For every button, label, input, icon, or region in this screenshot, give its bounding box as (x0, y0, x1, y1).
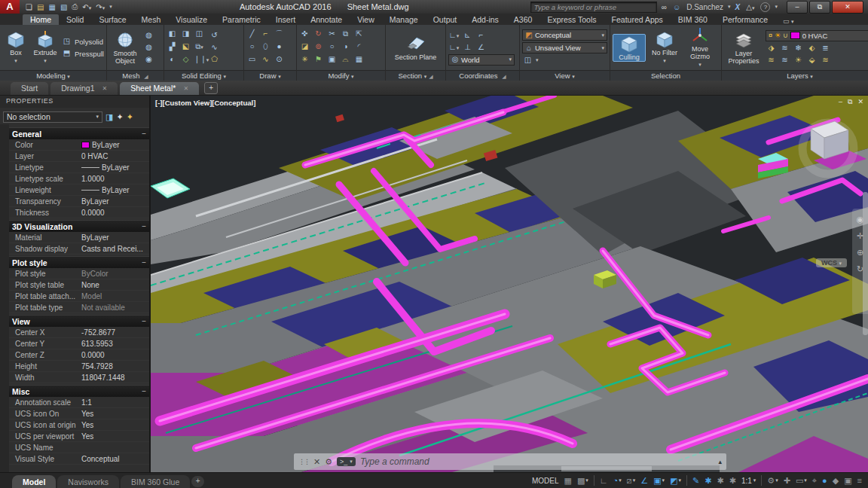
ucs-world-icon[interactable]: ⊾ (462, 30, 473, 41)
point-icon[interactable]: ⊙ (274, 54, 285, 65)
polyline-icon[interactable]: ⌐ (260, 29, 271, 39)
ribbon-tab-output[interactable]: Output (426, 14, 465, 25)
customization-icon[interactable]: ≡ (857, 476, 862, 485)
ucs-dropdown[interactable]: ◎ World ▾ (448, 54, 515, 66)
no-filter-button[interactable]: No Filter▾ (648, 30, 681, 65)
scale-icon[interactable]: ⊚ (313, 41, 324, 52)
property-value[interactable]: ByColor (81, 270, 149, 278)
ortho-mode-icon[interactable]: ∟ (600, 476, 608, 485)
qat-customize-icon[interactable]: ▾ (109, 4, 112, 10)
trim-icon[interactable]: ✂ (326, 29, 338, 39)
crosshair-icon[interactable]: ✚ (784, 476, 790, 486)
new-drawing-tab-button[interactable]: + (204, 82, 218, 94)
layout-tab-navisworks[interactable]: Navisworks (57, 475, 119, 488)
ribbon-tab-express-tools[interactable]: Express Tools (539, 14, 604, 25)
quick-select-icon[interactable]: ✦ (116, 112, 123, 122)
explode-icon[interactable]: ✳ (299, 54, 310, 65)
ribbon-tab-view[interactable]: View (350, 14, 382, 25)
extrude-button[interactable]: Extrude▾ (32, 30, 59, 65)
new-layout-tab-button[interactable]: + (191, 476, 204, 487)
layer-dropdown[interactable]: ¤ ☀ ∪ 0 HVAC ▾ (766, 30, 868, 41)
object-snap-tracking-icon[interactable]: ∠ (640, 476, 648, 486)
ribbon-tab-manage[interactable]: Manage (382, 14, 426, 25)
panel-label-modify[interactable]: Modify ▾ (297, 70, 385, 81)
isolate-objects-icon[interactable]: ⌖ (812, 476, 817, 486)
ribbon-tab-solid[interactable]: Solid (59, 14, 91, 25)
graphics-performance-icon[interactable]: ● (822, 476, 827, 485)
lock-ui-icon[interactable]: ▭▾ (796, 476, 807, 486)
minimize-button[interactable]: ‒ (787, 1, 808, 14)
help-icon[interactable]: ? (760, 2, 770, 12)
property-value[interactable]: ByLayer (81, 233, 149, 242)
command-line-bar[interactable]: ⋮⋮ ✕ ⚙ >_ ▾ Type a command ▴ (294, 453, 726, 470)
ucs-3point-icon[interactable]: ∠ (475, 42, 487, 53)
viewport-vertical-scrollbar[interactable] (863, 192, 868, 335)
file-tab-drawing1[interactable]: Drawing1✕ (50, 82, 118, 95)
undo-button[interactable]: ↶▾ (82, 3, 91, 11)
section-header-view[interactable]: View− (9, 315, 149, 327)
panel-label-modeling[interactable]: Modeling ▾ (0, 70, 106, 81)
viewport-3d-scene[interactable] (151, 96, 868, 472)
smooth-object-button[interactable]: Smooth Object (109, 31, 141, 65)
section-header-plot-style[interactable]: Plot style− (9, 256, 149, 268)
ribbon-tab-bim-360[interactable]: BIM 360 (671, 14, 715, 25)
record-history-icon[interactable]: ∿ (209, 42, 220, 53)
property-value[interactable]: -752.8677 (81, 328, 149, 337)
panel-label-layers[interactable]: Layers ▾ (722, 70, 868, 81)
property-value[interactable]: Casts and Recei... (81, 245, 149, 253)
erase-icon[interactable]: ◪ (299, 41, 310, 52)
ucs-z-icon[interactable]: ⊥ (462, 42, 473, 53)
layer-walk-icon[interactable]: ≋ (820, 55, 831, 66)
command-bar-grip[interactable]: ⋮⋮ (298, 458, 309, 465)
annotation-autoscale-icon[interactable]: ✱ (717, 476, 723, 486)
layer-properties-button[interactable]: Layer Properties (724, 31, 763, 65)
property-value[interactable]: Yes (81, 421, 149, 429)
collapse-section-icon[interactable]: − (142, 130, 146, 138)
property-value[interactable]: 0.0000 (81, 351, 149, 359)
align-icon[interactable]: ⚑ (313, 54, 324, 65)
selection-dropdown[interactable]: No selection ▾ (3, 111, 102, 123)
layer-unisolate-icon[interactable]: ≋ (779, 55, 790, 66)
ribbon-tab-insert[interactable]: Insert (268, 14, 303, 25)
save-icon[interactable]: ▦ (48, 3, 55, 11)
section-header-misc[interactable]: Misc− (9, 385, 149, 397)
fillet-edge-icon[interactable]: ⬕ (180, 41, 191, 52)
shell-icon[interactable]: ❘❘▾ (194, 54, 205, 65)
layout-tab-model[interactable]: Model (12, 475, 56, 488)
section-plane-button[interactable]: Section Plane (395, 35, 437, 61)
panel-label-mesh[interactable]: Mesh ◢ (107, 70, 164, 81)
clean-screen-icon[interactable]: ▣ (844, 476, 851, 486)
viewport-restore-icon[interactable]: ⧉ (848, 98, 852, 106)
close-tab-icon[interactable]: ✕ (183, 82, 188, 95)
property-value[interactable]: 0.0000 (81, 209, 149, 217)
move-gizmo-button[interactable]: Move Gizmo▾ (683, 26, 717, 69)
section-header-general[interactable]: General− (9, 127, 149, 139)
ribbon-tab-a360[interactable]: A360 (506, 14, 540, 25)
solid-intersect-icon[interactable]: ◫ (194, 29, 205, 39)
solid-history-icon[interactable]: ↺ (209, 30, 220, 41)
interfere-icon[interactable]: ◐ (167, 54, 178, 65)
property-value[interactable]: 0 HVAC (81, 152, 149, 160)
section-header-3d-visualization[interactable]: 3D Visualization− (9, 220, 149, 232)
layer-lock2-icon[interactable]: ⬖ (806, 43, 818, 53)
spline-icon[interactable]: ∿ (260, 54, 271, 65)
object-snap-icon[interactable]: ▣▾ (653, 476, 665, 486)
polysolid-button[interactable]: ◳ Polysolid (61, 36, 104, 47)
ribbon-minimize-button[interactable]: ▭ ▾ (783, 17, 794, 25)
arc-icon[interactable]: ⌒ (274, 29, 285, 39)
property-value[interactable]: 754.7928 (81, 362, 149, 371)
workspace-switching-icon[interactable]: ⚙▾ (767, 476, 778, 486)
dynamic-input-icon[interactable]: ✎ (692, 476, 699, 486)
redo-button[interactable]: ↷▾ (96, 3, 105, 11)
layer-unlock-icon[interactable]: ⬙ (806, 55, 818, 66)
collapse-section-icon[interactable]: − (142, 317, 146, 325)
toggle-pickadd-icon[interactable]: ◨ (105, 112, 113, 122)
ribbon-tab-visualize[interactable]: Visualize (168, 14, 215, 25)
hardware-acceleration-icon[interactable]: ◆ (833, 476, 839, 486)
box-button[interactable]: Box▾ (2, 30, 29, 65)
ribbon-tab-annotate[interactable]: Annotate (303, 14, 350, 25)
command-close-icon[interactable]: ✕ (313, 457, 320, 467)
grid-display-icon[interactable]: ▦ (564, 476, 572, 486)
rotate-icon[interactable]: ↻ (313, 29, 324, 39)
customize-wrench-icon[interactable]: ⚙ (325, 457, 332, 467)
